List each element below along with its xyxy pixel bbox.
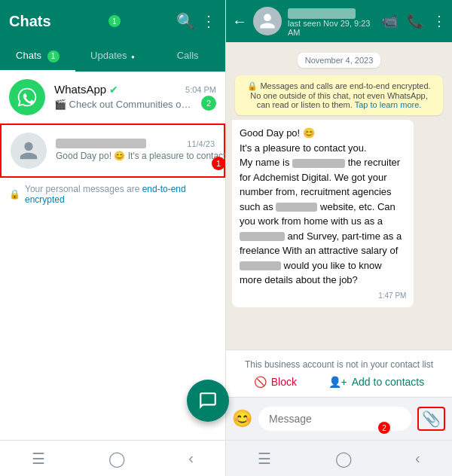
home-icon[interactable]: ◯: [108, 450, 125, 468]
chat-preview-blurred: Good Day po! 😊 It's a pleasure to contac…: [56, 151, 225, 161]
contact-status: last seen Nov 29, 9:23 AM: [288, 19, 375, 37]
business-actions: 🚫 Block 👤+ Add to contacts: [238, 370, 440, 391]
encrypted-notice: 🔒 Your personal messages are end-to-end …: [0, 178, 225, 211]
more-icon[interactable]: ⋮: [201, 12, 216, 30]
tab-bar: Chats 1 Updates ● Calls: [0, 42, 225, 72]
blurred-time: 11/4/23: [187, 139, 215, 148]
contact-avatar: [253, 7, 282, 35]
right-bottom-nav: ☰ ◯ ‹: [226, 440, 452, 476]
system-notice-text: 🔒 Messages and calls are end-to-end encr…: [247, 81, 430, 109]
encrypted-text: Your personal messages are end-to-end en…: [25, 184, 216, 205]
back-button[interactable]: ←: [232, 13, 247, 30]
chat-name: WhatsApp: [54, 83, 106, 96]
tab-calls[interactable]: Calls: [150, 42, 225, 72]
input-bar: 😊 📎 📷 🎤: [226, 397, 452, 440]
tab-chats-badge: 1: [47, 50, 60, 63]
date-divider: November 4, 2023: [232, 53, 446, 66]
left-panel: Chats 1 🔍 ⋮ Chats 1 Updates ● Calls: [0, 0, 226, 476]
encrypted-link[interactable]: end-to-end encrypted: [25, 184, 186, 205]
msg-text: Good Day po! 😊 It's a pleasure to contac…: [240, 126, 406, 288]
message-fab-icon: [198, 391, 218, 410]
agency-blurred: [276, 203, 317, 212]
chat-list: WhatsApp ✔ 5:04 PM 🎬 Check out Communiti…: [0, 72, 225, 440]
block-button[interactable]: 🚫 Block: [254, 376, 297, 388]
msg-time-1: 1:47 PM: [240, 291, 406, 301]
date-chip: November 4, 2023: [298, 53, 381, 68]
highlight-badge-2: 2: [378, 422, 390, 434]
add-contacts-button[interactable]: 👤+ Add to contacts: [328, 376, 425, 388]
add-icon: 👤+: [328, 376, 347, 388]
header-more-icon[interactable]: ⋮: [432, 13, 446, 29]
tab-chats[interactable]: Chats 1: [0, 42, 75, 72]
chat-preview-row: 🎬 Check out Communities on WhatsApp Brin…: [54, 96, 216, 111]
business-notice-text: This business account is not in your con…: [245, 359, 433, 370]
left-bottom-nav: ☰ ◯ ‹: [0, 440, 225, 476]
top-bar: Chats 1 🔍 ⋮: [0, 0, 225, 42]
avatar-person: [11, 133, 47, 169]
right-panel: ← last seen Nov 29, 9:23 AM 📹 📞 ⋮ Novemb…: [226, 0, 452, 476]
chat-time: 5:04 PM: [185, 85, 216, 94]
top-bar-icons: 🔍 ⋮: [176, 12, 216, 30]
new-chat-fab[interactable]: [187, 380, 229, 422]
menu-icon[interactable]: ☰: [32, 450, 45, 468]
business-notice: This business account is not in your con…: [226, 349, 452, 397]
unread-badge: 2: [201, 96, 216, 111]
block-label: Block: [271, 376, 297, 388]
contact-name-blurred: [288, 8, 356, 19]
right-back-icon[interactable]: ‹: [415, 450, 420, 467]
right-menu-icon[interactable]: ☰: [258, 450, 271, 468]
whatsapp-logo-icon: [17, 87, 38, 108]
header-actions: 📹 📞 ⋮: [381, 13, 446, 29]
chat-info-whatsapp: WhatsApp ✔ 5:04 PM 🎬 Check out Communiti…: [54, 83, 216, 111]
app-title: Chats: [9, 13, 51, 30]
tab-updates[interactable]: Updates ●: [75, 42, 151, 72]
emoji-button[interactable]: 😊: [232, 409, 252, 429]
header-info[interactable]: last seen Nov 29, 9:23 AM: [288, 5, 375, 36]
block-icon: 🚫: [254, 376, 267, 388]
salary-blurred: [240, 261, 281, 270]
highlight-badge: 1: [212, 157, 225, 170]
role-blurred: [240, 232, 285, 241]
right-home-icon[interactable]: ◯: [335, 450, 352, 468]
chat-item-whatsapp[interactable]: WhatsApp ✔ 5:04 PM 🎬 Check out Communiti…: [0, 72, 225, 124]
contact-avatar-icon: [258, 12, 276, 30]
video-call-icon[interactable]: 📹: [381, 13, 398, 29]
updates-dot: ●: [131, 53, 135, 60]
messages-area: November 4, 2023 🔒 Messages and calls ar…: [226, 42, 452, 349]
chat-name-row-blurred: 11/4/23: [56, 139, 215, 148]
system-notice: 🔒 Messages and calls are end-to-end encr…: [235, 75, 443, 115]
chats-badge: 1: [108, 15, 121, 27]
lock-icon: 🔒: [9, 189, 20, 200]
chat-name-row: WhatsApp ✔ 5:04 PM: [54, 83, 216, 96]
verified-icon: ✔: [109, 84, 118, 96]
search-icon[interactable]: 🔍: [176, 12, 195, 30]
tap-to-learn-link[interactable]: Tap to learn more.: [355, 100, 422, 109]
message-bubble-1: Good Day po! 😊 It's a pleasure to contac…: [232, 120, 414, 307]
contact-name: [288, 5, 375, 18]
blurred-name: [56, 139, 146, 148]
chat-info-blurred: 11/4/23 Good Day po! 😊 It's a pleasure t…: [56, 139, 215, 162]
chat-header: ← last seen Nov 29, 9:23 AM 📹 📞 ⋮: [226, 0, 452, 42]
chat-name-verified: WhatsApp ✔: [54, 83, 118, 96]
chat-preview: 🎬 Check out Communities on WhatsApp Brin…: [54, 99, 195, 110]
add-label: Add to contacts: [352, 376, 425, 388]
back-icon[interactable]: ‹: [188, 450, 194, 467]
avatar-whatsapp: [9, 79, 45, 115]
person-icon: [18, 140, 39, 161]
attach-button[interactable]: 📎: [417, 407, 445, 431]
name-blurred: [292, 159, 345, 168]
call-icon[interactable]: 📞: [407, 13, 423, 29]
chat-item-blurred[interactable]: 11/4/23 Good Day po! 😊 It's a pleasure t…: [0, 124, 225, 178]
